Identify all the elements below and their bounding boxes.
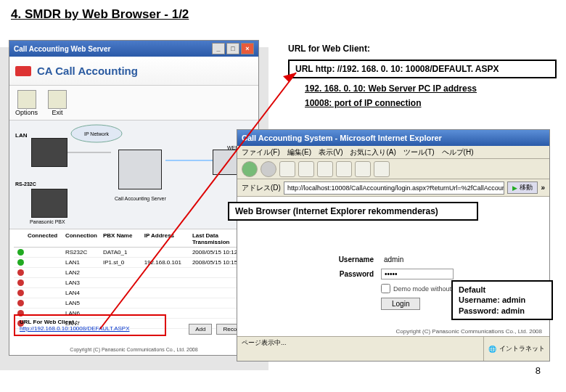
- exit-icon: [48, 90, 67, 109]
- menu-help[interactable]: ヘルプ(H): [442, 147, 474, 158]
- app-title-text: Call Accounting Web Server: [14, 45, 110, 53]
- maximize-button[interactable]: □: [226, 43, 239, 54]
- login-button[interactable]: Login: [381, 298, 420, 310]
- password-input[interactable]: [381, 269, 454, 279]
- status-zone: 🌐 イントラネット: [483, 337, 549, 361]
- page-number: 8: [536, 365, 541, 376]
- username-label: Username: [324, 256, 381, 264]
- ie-status-bar: ページ表示中... 🌐 イントラネット: [237, 336, 549, 361]
- status-dot-icon: [17, 290, 24, 296]
- status-dot-icon: [17, 269, 24, 276]
- url-label-callout: URL for Web Client:: [288, 44, 370, 54]
- slide-title: 4. SMDR by Web Browser - 1/2: [11, 7, 189, 22]
- options-label: Options: [15, 109, 38, 116]
- svg-line-0: [100, 73, 296, 329]
- browser-callout: Web Browser (Internet Explorer rekommend…: [228, 202, 478, 221]
- brand-logo-icon: [15, 66, 31, 76]
- status-dot-icon: [17, 259, 24, 266]
- favorites-icon[interactable]: [355, 161, 371, 177]
- menu-fav[interactable]: お気に入り(A): [350, 147, 395, 158]
- col-connected: Connected: [28, 232, 65, 245]
- port-desc: 10008: port of IP connection: [305, 98, 421, 108]
- app-titlebar[interactable]: Call Accounting Web Server _ □ ×: [9, 41, 258, 57]
- creds-callout: Default Username: admin Password: admin: [451, 280, 553, 320]
- close-button[interactable]: ×: [241, 43, 254, 54]
- svg-marker-1: [283, 73, 296, 82]
- address-input[interactable]: http://localhost:10008/CallAccounting/lo…: [284, 181, 505, 195]
- home-icon[interactable]: [317, 161, 333, 177]
- status-dot-icon: [17, 249, 24, 256]
- options-button[interactable]: Options: [15, 90, 38, 116]
- app-copyright: Copyright (C) Panasonic Communications C…: [9, 347, 258, 352]
- minimize-button[interactable]: _: [212, 43, 225, 54]
- go-button[interactable]: ▶移動: [507, 181, 538, 194]
- password-label: Password: [324, 270, 381, 278]
- globe-icon: 🌐: [488, 346, 496, 353]
- status-dot-icon: [17, 300, 24, 306]
- url-callout-box: URL http: //192. 168. 0. 10: 10008/DEFAU…: [288, 60, 557, 78]
- page-copyright: Copyright (C) Panasonic Communications C…: [396, 328, 542, 335]
- ip-desc: 192. 168. 0. 10: Web Server PC IP addres…: [305, 83, 477, 94]
- username-value[interactable]: admin: [381, 255, 513, 264]
- status-left: ページ表示中...: [237, 337, 483, 361]
- demo-checkbox[interactable]: [381, 284, 390, 293]
- exit-button[interactable]: Exit: [48, 90, 67, 116]
- history-icon[interactable]: [374, 161, 390, 177]
- gear-icon: [17, 90, 36, 109]
- exit-label: Exit: [52, 109, 63, 116]
- search-icon[interactable]: [336, 161, 352, 177]
- menu-view[interactable]: 表示(V): [319, 147, 343, 158]
- menu-tools[interactable]: ツール(T): [403, 147, 435, 158]
- status-dot-icon: [17, 279, 24, 286]
